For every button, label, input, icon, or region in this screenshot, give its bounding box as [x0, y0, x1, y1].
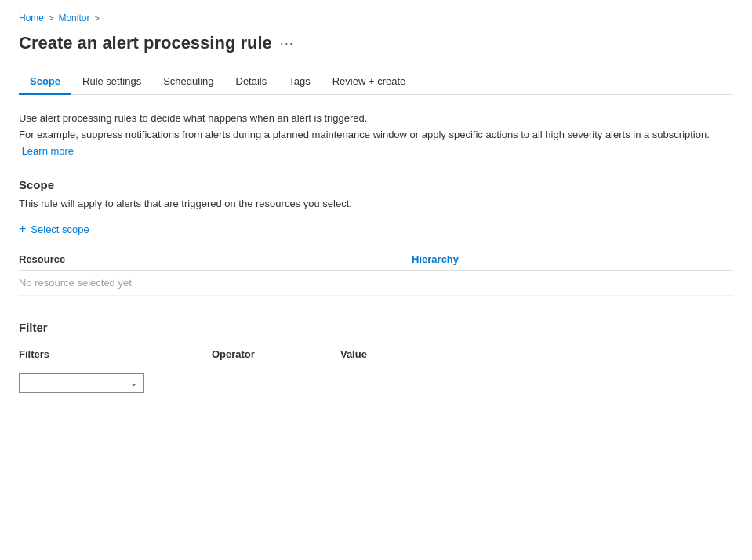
select-scope-label: Select scope — [31, 224, 89, 235]
breadcrumb: Home > Monitor > — [19, 13, 733, 24]
tabs-bar: Scope Rule settings Scheduling Details T… — [19, 69, 733, 95]
scope-empty-message: No resource selected yet — [19, 271, 733, 296]
tab-scope[interactable]: Scope — [19, 69, 71, 95]
more-options-icon[interactable]: ··· — [280, 35, 294, 52]
chevron-down-icon: ⌄ — [130, 378, 137, 388]
filter-heading: Filter — [19, 321, 733, 334]
breadcrumb-monitor[interactable]: Monitor — [58, 13, 89, 24]
description-line1: Use alert processing rules to decide wha… — [19, 111, 733, 127]
scope-heading: Scope — [19, 178, 733, 191]
tab-scheduling[interactable]: Scheduling — [152, 69, 224, 95]
plus-icon: + — [19, 222, 26, 236]
page-title: Create an alert processing rule — [19, 33, 272, 53]
filter-dropdown[interactable]: ⌄ — [19, 373, 144, 393]
breadcrumb-home[interactable]: Home — [19, 13, 44, 24]
learn-more-link[interactable]: Learn more — [22, 145, 74, 157]
scope-empty-row: No resource selected yet — [19, 271, 733, 296]
breadcrumb-sep2: > — [94, 13, 99, 23]
filter-col-filters: Filters — [19, 344, 212, 365]
filter-dropdown-cell: ⌄ — [19, 365, 212, 394]
select-scope-button[interactable]: + Select scope — [19, 219, 89, 239]
filter-col-operator: Operator — [212, 344, 340, 365]
tab-rule-settings[interactable]: Rule settings — [71, 69, 152, 95]
scope-col-hierarchy: Hierarchy — [412, 249, 733, 271]
page-container: Home > Monitor > Create an alert process… — [0, 0, 752, 412]
scope-col-resource: Resource — [19, 249, 412, 271]
filter-section: Filter Filters Operator Value ⌄ — [19, 321, 733, 393]
description-block: Use alert processing rules to decide wha… — [19, 111, 733, 159]
filter-col-value: Value — [340, 344, 733, 365]
scope-section: Scope This rule will apply to alerts tha… — [19, 178, 733, 296]
tab-details[interactable]: Details — [225, 69, 278, 95]
scope-subtext: This rule will apply to alerts that are … — [19, 198, 733, 209]
filter-table: Filters Operator Value ⌄ — [19, 344, 733, 393]
filter-operator-cell — [212, 365, 340, 394]
filter-value-cell — [340, 365, 733, 394]
description-line2: For example, suppress notifications from… — [19, 127, 733, 160]
breadcrumb-sep1: > — [49, 13, 53, 23]
tab-review-create[interactable]: Review + create — [322, 69, 417, 95]
tab-tags[interactable]: Tags — [278, 69, 321, 95]
scope-table: Resource Hierarchy No resource selected … — [19, 249, 733, 296]
page-title-row: Create an alert processing rule ··· — [19, 33, 733, 53]
filter-row: ⌄ — [19, 365, 733, 394]
